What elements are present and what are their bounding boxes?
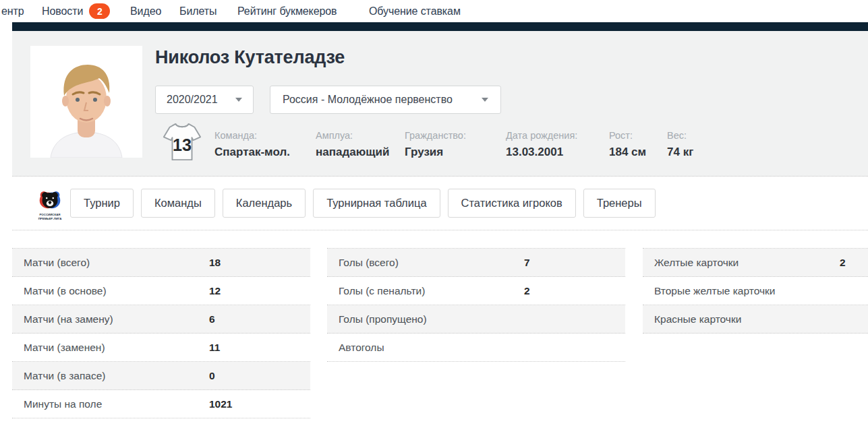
stat-label: Голы (пропущено) bbox=[339, 305, 427, 334]
chevron-down-icon bbox=[235, 98, 242, 102]
rpl-league-logo: РОССИЙСКАЯ ПРЕМЬЕР-ЛИГА bbox=[36, 189, 64, 226]
matches-stats-table: Матчи (всего) 18 Матчи (в основе) 12 Мат… bbox=[12, 248, 310, 418]
player-photo bbox=[30, 46, 142, 158]
stat-label: Матчи (в запасе) bbox=[24, 362, 105, 390]
info-team-value: Спартак-мол. bbox=[214, 146, 290, 159]
page-title-player-name: Николоз Кутателадзе bbox=[155, 47, 345, 68]
info-citizenship-label: Гражданство: bbox=[405, 130, 466, 141]
jersey-number: 13 bbox=[173, 135, 192, 154]
goals-stats-table: Голы (всего) 7 Голы (с пенальти) 2 Голы … bbox=[327, 248, 625, 362]
tabs-separator bbox=[12, 230, 868, 230]
stat-value: 7 bbox=[524, 249, 530, 277]
stat-label: Красные карточки bbox=[654, 305, 741, 334]
chevron-down-icon bbox=[482, 98, 488, 102]
info-height-label: Рост: bbox=[609, 130, 646, 141]
stat-label: Вторые желтые карточки bbox=[654, 277, 775, 305]
tab-coaches[interactable]: Тренеры bbox=[583, 189, 656, 218]
player-header: Николоз Кутателадзе 2020/2021 Россия - М… bbox=[12, 31, 868, 177]
info-height: Рост: 184 см bbox=[609, 130, 646, 159]
table-row: Голы (всего) 7 bbox=[327, 249, 625, 277]
top-navigation: ентр Новости 2 Видео Билеты Рейтинг букм… bbox=[0, 0, 868, 22]
stat-label: Голы (всего) bbox=[339, 249, 399, 277]
nav-item-betting-education[interactable]: Обучение ставкам bbox=[369, 0, 461, 22]
info-birthdate-label: Дата рождения: bbox=[506, 130, 577, 141]
table-row: Минуты на поле 1021 bbox=[12, 390, 310, 418]
info-citizenship: Гражданство: Грузия bbox=[405, 130, 466, 159]
nav-item-video[interactable]: Видео bbox=[130, 0, 161, 22]
dark-divider-bar bbox=[12, 22, 868, 31]
info-team-label: Команда: bbox=[214, 130, 290, 141]
nav-item-news-label: Новости bbox=[42, 5, 83, 18]
stat-value: 12 bbox=[209, 277, 221, 305]
nav-item-tickets[interactable]: Билеты bbox=[179, 0, 216, 22]
table-row: Вторые желтые карточки bbox=[643, 277, 868, 305]
rpl-logo-text-line2: ПРЕМЬЕР-ЛИГА bbox=[38, 217, 62, 220]
stat-value: 11 bbox=[209, 334, 220, 362]
stat-label: Матчи (всего) bbox=[24, 249, 90, 277]
stat-value: 2 bbox=[524, 277, 530, 305]
table-row: Матчи (на замену) 6 bbox=[12, 305, 310, 334]
info-weight: Вес: 74 кг bbox=[667, 130, 693, 159]
stat-label: Матчи (заменен) bbox=[24, 334, 105, 362]
info-position: Амплуа: нападающий bbox=[316, 130, 389, 159]
table-row: Матчи (в основе) 12 bbox=[12, 277, 310, 305]
nav-item-news[interactable]: Новости 2 bbox=[42, 0, 110, 22]
player-photo-illustration bbox=[30, 46, 142, 158]
table-row: Автоголы bbox=[327, 334, 625, 362]
player-profile-page: ентр Новости 2 Видео Билеты Рейтинг букм… bbox=[0, 0, 868, 440]
stat-value: 0 bbox=[209, 362, 215, 390]
table-row: Красные карточки bbox=[643, 305, 868, 334]
info-birthdate: Дата рождения: 13.03.2001 bbox=[506, 130, 577, 159]
stat-label: Голы (с пенальти) bbox=[339, 277, 425, 305]
tournament-select-value: Россия - Молодёжное первенство bbox=[283, 94, 453, 106]
tab-standings[interactable]: Турнирная таблица bbox=[313, 189, 440, 218]
stat-value: 2 bbox=[840, 249, 846, 277]
tab-teams[interactable]: Команды bbox=[141, 189, 215, 218]
season-select-value: 2020/2021 bbox=[167, 94, 218, 106]
cards-stats-table: Желтые карточки 2 Вторые желтые карточки… bbox=[643, 248, 868, 334]
info-birthdate-value: 13.03.2001 bbox=[506, 146, 577, 159]
table-row: Желтые карточки 2 bbox=[643, 249, 868, 277]
table-row: Матчи (в запасе) 0 bbox=[12, 362, 310, 390]
tab-player-stats[interactable]: Статистика игроков bbox=[448, 189, 576, 218]
info-citizenship-value: Грузия bbox=[405, 146, 466, 159]
info-team: Команда: Спартак-мол. bbox=[214, 130, 290, 159]
stat-label: Автоголы bbox=[339, 334, 384, 362]
stat-value: 18 bbox=[209, 249, 221, 277]
table-row: Голы (с пенальти) 2 bbox=[327, 277, 625, 305]
info-position-label: Амплуа: bbox=[316, 130, 389, 141]
info-position-value: нападающий bbox=[316, 146, 389, 159]
info-height-value: 184 см bbox=[609, 146, 646, 159]
stat-label: Матчи (на замену) bbox=[24, 305, 113, 334]
news-count-badge: 2 bbox=[89, 3, 110, 19]
table-row: Матчи (всего) 18 bbox=[12, 249, 310, 277]
rpl-logo-text-line1: РОССИЙСКАЯ bbox=[39, 213, 60, 216]
table-row: Матчи (заменен) 11 bbox=[12, 334, 310, 362]
info-weight-value: 74 кг bbox=[667, 146, 693, 159]
info-weight-label: Вес: bbox=[667, 130, 693, 141]
stat-value: 6 bbox=[209, 305, 215, 334]
nav-item-match-center-partial[interactable]: ентр bbox=[1, 0, 24, 22]
stat-label: Желтые карточки bbox=[654, 249, 739, 277]
jersey-number-icon: 13 bbox=[162, 121, 202, 166]
stat-label: Минуты на поле bbox=[24, 390, 102, 418]
section-tabs: Турнир Команды Календарь Турнирная табли… bbox=[70, 189, 656, 218]
nav-item-bookmaker-rating[interactable]: Рейтинг букмекеров bbox=[237, 0, 337, 22]
stat-label: Матчи (в основе) bbox=[24, 277, 107, 305]
season-select[interactable]: 2020/2021 bbox=[155, 86, 254, 114]
table-row: Голы (пропущено) bbox=[327, 305, 625, 334]
tab-tournament[interactable]: Турнир bbox=[70, 189, 134, 218]
stat-value: 1021 bbox=[209, 390, 232, 418]
tournament-select[interactable]: Россия - Молодёжное первенство bbox=[270, 86, 501, 114]
tab-calendar[interactable]: Календарь bbox=[223, 189, 306, 218]
